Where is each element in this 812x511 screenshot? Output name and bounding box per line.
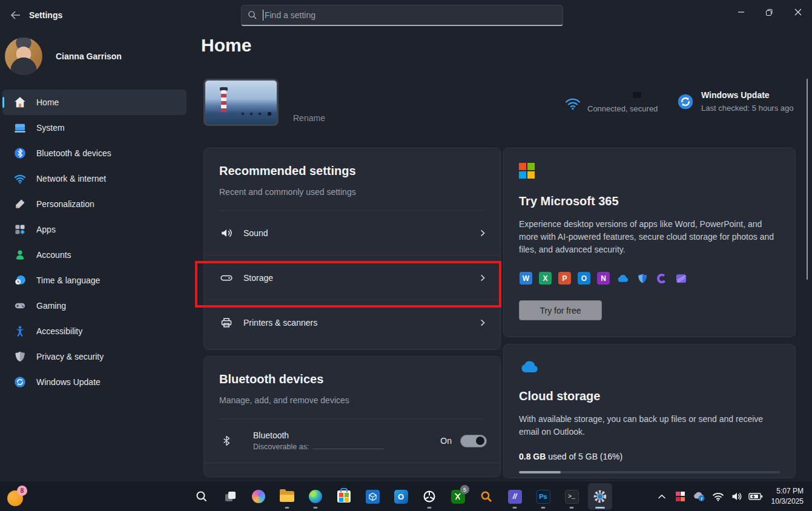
start-button[interactable]: [161, 483, 185, 510]
minimize-button[interactable]: [727, 0, 755, 24]
taskbar-search-button[interactable]: [190, 483, 214, 510]
edge-button[interactable]: [303, 483, 328, 510]
card-subtitle: Recent and commonly used settings: [219, 187, 485, 197]
volume-tray-icon[interactable]: [729, 486, 745, 507]
sidebar-nav: Home System Bluetooth & devices Network …: [2, 90, 186, 395]
active-indicator: [595, 507, 605, 509]
cloud-storage-card: Cloud storage With available storage, yo…: [503, 344, 796, 478]
bluetooth-toggle[interactable]: [460, 435, 487, 447]
sidebar-item-label: Accessibility: [36, 326, 82, 336]
outlook-taskbar-icon: O: [394, 490, 408, 504]
taskbar: 8: [0, 481, 812, 511]
onenote-icon: N: [597, 272, 610, 285]
system-tray: i 5:07 PM 10/3/2025: [654, 481, 812, 511]
text-caret: [263, 10, 263, 21]
defender-shield-icon: [636, 272, 649, 285]
powertoys-search-button[interactable]: [474, 483, 498, 510]
sidebar-item-windows-update[interactable]: Windows Update: [2, 369, 186, 395]
page-title: Home: [201, 35, 251, 56]
tray-chevron-up[interactable]: [654, 486, 670, 507]
wifi-tray-icon[interactable]: [710, 486, 726, 507]
wifi-status-block[interactable]: Connected, secured: [563, 91, 666, 117]
sidebar-item-apps[interactable]: Apps: [2, 217, 186, 242]
back-arrow-icon: [10, 11, 21, 19]
microsoft-store-button[interactable]: [332, 483, 356, 510]
running-indicator: [314, 507, 318, 509]
restore-button[interactable]: [755, 0, 784, 24]
try-for-free-button[interactable]: Try for free: [519, 300, 602, 320]
bluetooth-icon: [13, 147, 27, 160]
vertical-scrollbar[interactable]: [807, 79, 808, 280]
sidebar-item-home[interactable]: Home: [2, 90, 186, 115]
widget-notification-badge: 8: [17, 486, 27, 496]
bluetooth-row[interactable]: Bluetooth Discoverable as: On: [204, 419, 500, 463]
dev-home-button[interactable]: [360, 483, 385, 510]
taskbar-search-icon: [194, 489, 209, 504]
user-name: Cianna Garrison: [56, 51, 122, 61]
battery-tray-icon[interactable]: [748, 486, 764, 507]
sidebar-item-bluetooth-devices[interactable]: Bluetooth & devices: [2, 140, 186, 166]
file-explorer-button[interactable]: [275, 483, 299, 510]
sidebar-item-gaming[interactable]: Gaming: [2, 293, 186, 318]
sidebar-item-label: Network & internet: [36, 174, 106, 183]
xbox-button[interactable]: 5: [446, 483, 470, 510]
user-account-block[interactable]: Cianna Garrison: [5, 35, 186, 77]
sidebar-item-time-language[interactable]: Time & language: [2, 268, 186, 293]
storage-progress-bar: [519, 471, 780, 473]
setting-row-sound[interactable]: Sound: [204, 211, 500, 256]
shield-icon: [13, 350, 27, 363]
settings-gear-icon: [593, 489, 607, 504]
mural-button[interactable]: //: [503, 483, 527, 510]
windows-start-icon: [166, 489, 180, 504]
mural-icon: //: [508, 490, 522, 504]
rename-link[interactable]: Rename: [293, 113, 325, 123]
copilot-icon: [252, 490, 265, 503]
photoshop-icon: Ps: [536, 490, 550, 504]
photoshop-button[interactable]: Ps: [531, 483, 555, 510]
running-indicator: [570, 507, 574, 509]
sidebar-item-personalization[interactable]: Personalization: [2, 191, 186, 217]
onedrive-tray-icon[interactable]: i: [692, 486, 707, 507]
search-input[interactable]: [265, 10, 556, 20]
sidebar-item-accessibility[interactable]: Accessibility: [2, 318, 186, 344]
back-button[interactable]: [6, 7, 24, 23]
settings-taskbar-button[interactable]: [588, 483, 612, 510]
window-controls: [727, 0, 812, 27]
task-view-button[interactable]: [218, 483, 242, 510]
printer-icon: [219, 315, 234, 330]
windows-update-status-block[interactable]: Windows Update Last checked: 5 hours ago: [677, 88, 804, 119]
widgets-button[interactable]: 8: [6, 486, 30, 507]
powerpoint-icon: P: [558, 272, 571, 285]
excel-icon: X: [539, 272, 552, 285]
update-title: Windows Update: [701, 90, 770, 100]
loop-icon: [655, 272, 668, 285]
copilot-button[interactable]: [246, 483, 271, 510]
chatgpt-icon: [422, 489, 437, 504]
storage-progress-fill: [519, 471, 561, 473]
xbox-notification-badge: 5: [460, 485, 469, 494]
person-icon: [13, 248, 27, 262]
terminal-button[interactable]: >_: [559, 483, 584, 510]
wifi-status-icon: [564, 97, 581, 113]
dev-home-icon: [366, 490, 380, 504]
redacted-device-name: [312, 443, 384, 449]
search-box[interactable]: [241, 5, 563, 26]
close-icon: [794, 8, 802, 16]
avatar: [5, 38, 42, 75]
onedrive-icon: [616, 272, 629, 285]
chevron-right-icon: [478, 229, 487, 237]
close-button[interactable]: [784, 0, 812, 24]
clock-date: 10/3/2025: [771, 496, 804, 507]
chatgpt-button[interactable]: [417, 483, 441, 510]
bluetooth-rune-icon: [219, 434, 234, 448]
outlook-button[interactable]: O: [389, 483, 413, 510]
sidebar-item-privacy-security[interactable]: Privacy & security: [2, 344, 186, 369]
sidebar-item-system[interactable]: System: [2, 115, 186, 140]
sidebar-item-accounts[interactable]: Accounts: [2, 242, 186, 268]
divider: [204, 463, 500, 463]
m365-description: Experience desktop versions of apps like…: [519, 218, 780, 256]
sidebar-item-network-internet[interactable]: Network & internet: [2, 166, 186, 191]
task-view-icon: [223, 489, 237, 504]
tray-app-grid-icon[interactable]: [673, 486, 688, 507]
taskbar-clock[interactable]: 5:07 PM 10/3/2025: [771, 486, 804, 507]
